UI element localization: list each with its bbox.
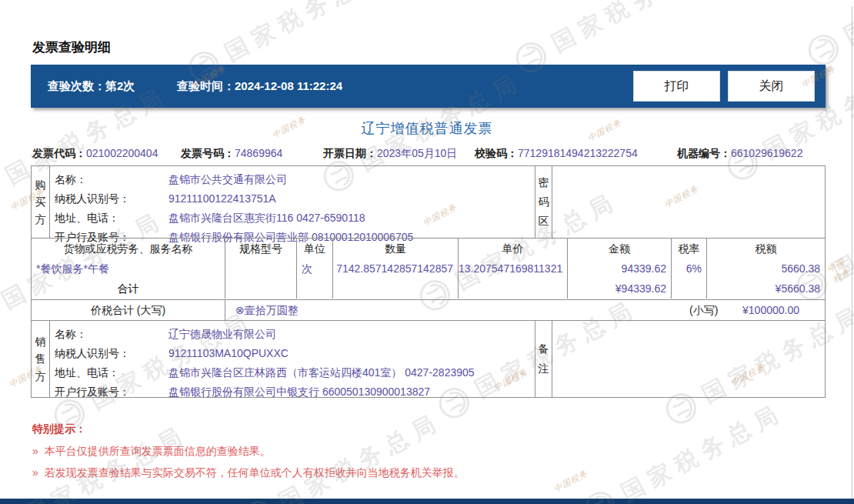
seller-side-label: 销售方 (32, 321, 50, 397)
invoice-code: 发票代码：021002200404 (32, 147, 158, 161)
seller-taxid-value: 91211103MA10QPUXXC (168, 344, 289, 363)
item-spec (225, 259, 297, 279)
total-label: 合计 (32, 279, 225, 299)
seller-name-row: 名称： 辽宁德晟物业有限公司 (55, 325, 535, 344)
col-header-quantity: 数量 (333, 239, 459, 259)
item-taxrate: 6% (672, 259, 707, 279)
total-quantity-empty (333, 279, 459, 299)
buyer-taxid-value: 91211100122413751A (168, 189, 276, 209)
check-count-value: 第2次 (105, 79, 135, 92)
seller-address-value: 盘锦市兴隆台区庄林路西（市客运站四楼401室） 0427-2823905 (168, 363, 475, 382)
buyer-section: 购买方 名称： 盘锦市公共交通有限公司 纳税人识别号： 912111001224… (31, 165, 826, 239)
total-taxrate-empty (672, 279, 707, 299)
check-time-label: 查验时间： (177, 79, 235, 92)
invoice-number-label: 发票号码： (181, 147, 235, 159)
col-header-name: 货物或应税劳务、服务名称 (32, 239, 225, 259)
remark-label: 备注 (535, 321, 552, 397)
notice-text-1: 本平台仅提供所查询发票票面信息的查验结果。 (45, 445, 271, 457)
buyer-name-row: 名称： 盘锦市公共交通有限公司 (55, 170, 535, 189)
seller-section: 销售方 名称： 辽宁德晟物业有限公司 纳税人识别号： 91211103MA10Q… (31, 320, 826, 398)
notice-item-1: »本平台仅提供所查询发票票面信息的查验结果。 (32, 445, 271, 459)
password-area-text: 密码区 (538, 173, 550, 232)
total-tax: ¥5660.38 (707, 279, 825, 299)
notice-text-2: 若发现发票查验结果与实际交易不符，任何单位或个人有权拒收并向当地税务机关举报。 (45, 466, 465, 479)
col-header-price: 单价 (459, 239, 568, 259)
seller-taxid-label: 纳税人识别号： (55, 344, 168, 363)
watermark-tile: 国家税务总局 (802, 0, 854, 72)
invoice-verification-page: 发票查验明细 查验次数：第2次 查验时间：2024-12-08 11:22:24… (0, 0, 854, 504)
item-quantity: 7142.857142857142857 (333, 259, 459, 279)
seller-address-row: 地址、电话： 盘锦市兴隆台区庄林路西（市客运站四楼401室） 0427-2823… (55, 363, 535, 382)
print-button[interactable]: 打印 (633, 71, 720, 102)
watermark-text: 国家税务总局 (546, 0, 720, 59)
buyer-taxid-row: 纳税人识别号： 91211100122413751A (55, 189, 535, 209)
invoice-date: 开票日期：2023年05月10日 (323, 147, 457, 161)
password-area-label: 密码区 (535, 166, 552, 238)
buyer-name-label: 名称： (55, 170, 168, 189)
notice-item-2: »若发现发票查验结果与实际交易不符，任何单位或个人有权拒收并向当地税务机关举报。 (32, 466, 465, 480)
check-count-label: 查验次数： (48, 79, 105, 92)
seller-taxid-row: 纳税人识别号： 91211103MA10QPUXXC (55, 344, 535, 363)
verification-toolbar: 查验次数：第2次 查验时间：2024-12-08 11:22:24 打印 关闭 (31, 65, 826, 108)
col-header-tax: 税额 (707, 239, 825, 259)
seller-name-value: 辽宁德晟物业有限公司 (168, 325, 276, 344)
check-count: 查验次数：第2次 (48, 65, 135, 108)
item-name: *餐饮服务*午餐 (32, 259, 225, 279)
item-unit: 次 (297, 259, 333, 279)
check-code-label: 校验码： (475, 147, 518, 159)
buyer-details: 名称： 盘锦市公共交通有限公司 纳税人识别号： 9121110012241375… (50, 166, 535, 238)
watermark-text: 国家税务总局 (273, 406, 447, 504)
notice-title: 特别提示： (32, 422, 86, 436)
close-button[interactable]: 关闭 (728, 71, 815, 102)
buyer-side-label: 购买方 (32, 166, 50, 238)
total-unit-empty (297, 279, 333, 299)
invoice-number: 发票号码：74869964 (181, 147, 282, 161)
check-code: 校验码：77129181494213222754 (475, 147, 638, 161)
watermark-sub-text: 中国税务 (826, 253, 854, 285)
seller-side-text: 销售方 (35, 333, 47, 385)
col-header-amount: 金额 (568, 239, 672, 259)
watermark-text: 国家税务总局 (219, 0, 393, 68)
buyer-taxid-label: 纳税人识别号： (55, 189, 168, 209)
machine-number-value: 661029619622 (731, 147, 802, 159)
invoice-date-label: 开票日期： (323, 147, 377, 159)
col-header-spec: 规格型号 (225, 239, 297, 259)
item-amount: 94339.62 (568, 259, 672, 279)
seller-bank-row: 开户行及账号： 盘锦银行股份有限公司中银支行 66005013090001382… (55, 382, 535, 402)
amount-in-words: ⊗壹拾万圆整 (225, 300, 825, 320)
buyer-side-text: 购买方 (35, 176, 47, 228)
invoice-code-value: 021002200404 (86, 147, 158, 159)
grand-total-label: 价税合计 (大写) (32, 300, 225, 320)
buyer-address-row: 地址、电话： 盘锦市兴隆台区惠宾街116 0427-6590118 (55, 209, 535, 228)
total-price-empty (459, 279, 568, 299)
total-amount: ¥94339.62 (568, 279, 672, 299)
watermark-tile: 国家税务总局 (579, 396, 789, 504)
grand-total-row: 价税合计 (大写) ⊗壹拾万圆整 (小写) ¥100000.00 (31, 299, 826, 321)
invoice-code-label: 发票代码： (32, 147, 86, 159)
amount-numeric: ¥100000.00 (742, 300, 799, 320)
invoice-date-value: 2023年05月10日 (377, 147, 457, 159)
buyer-name-value: 盘锦市公共交通有限公司 (168, 170, 287, 189)
watermark-text: 国家税务总局 (827, 175, 854, 287)
machine-number-label: 机器编号： (677, 147, 731, 159)
watermark-tile: 国家税务总局 (0, 418, 193, 504)
notice-bullet-icon: » (32, 466, 38, 479)
items-table: 货物或应税劳务、服务名称 规格型号 单位 数量 单价 金额 税率 税额 *餐饮服… (31, 238, 826, 300)
watermark-text: 国家税务总局 (615, 396, 789, 504)
invoice-number-value: 74869964 (235, 147, 282, 159)
col-header-taxrate: 税率 (672, 239, 707, 259)
item-price: 13.207547169811321 (459, 259, 568, 279)
remark-content (552, 321, 825, 397)
col-header-unit: 单位 (297, 239, 333, 259)
seller-bank-value: 盘锦银行股份有限公司中银支行 660050130900013827 (168, 382, 430, 402)
buyer-address-value: 盘锦市兴隆台区惠宾街116 0427-6590118 (168, 209, 365, 228)
footer-bar (0, 499, 854, 504)
check-time: 查验时间：2024-12-08 11:22:24 (177, 65, 342, 108)
notice-bullet-icon: » (32, 445, 38, 457)
check-time-value: 2024-12-08 11:22:24 (235, 79, 342, 92)
buyer-address-label: 地址、电话： (55, 209, 168, 228)
check-code-value: 77129181494213222754 (518, 147, 638, 159)
remark-text: 备注 (538, 339, 550, 378)
seller-address-label: 地址、电话： (55, 363, 168, 382)
invoice-title: 辽宁增值税普通发票 (0, 119, 854, 138)
